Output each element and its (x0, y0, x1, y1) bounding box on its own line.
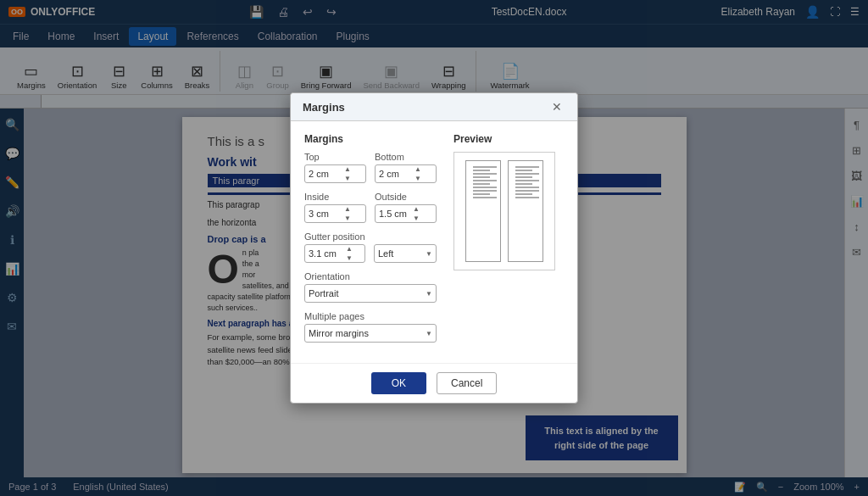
multiple-pages-wrapper[interactable]: Mirror margins Normal 2 pages per sheet (304, 324, 437, 343)
gutter-input[interactable]: ▲ ▼ (304, 244, 365, 263)
pr4 (515, 176, 532, 178)
inside-label: Inside (304, 192, 366, 202)
outside-field-col: Outside ▲ ▼ (375, 192, 437, 223)
outside-label: Outside (375, 192, 437, 202)
pl5 (473, 180, 497, 181)
gutter-spinner[interactable]: ▲ ▼ (346, 244, 353, 263)
pr5 (515, 180, 539, 181)
margins-dialog: Margins ✕ Margins Top ▲ (290, 92, 578, 404)
inside-spinner[interactable]: ▲ ▼ (344, 204, 351, 223)
pr9 (515, 193, 532, 195)
preview-lines-right (515, 166, 539, 256)
modal-title: Margins (303, 101, 345, 114)
top-spinner[interactable]: ▲ ▼ (344, 164, 351, 183)
orientation-select[interactable]: Portrait Landscape (304, 284, 437, 303)
pr1 (515, 166, 539, 168)
outside-spinner[interactable]: ▲ ▼ (413, 204, 420, 223)
inside-input[interactable]: ▲ ▼ (304, 204, 366, 223)
multiple-pages-select[interactable]: Mirror margins Normal 2 pages per sheet (304, 324, 437, 343)
bottom-up[interactable]: ▲ (415, 164, 421, 174)
preview-page-left (465, 160, 501, 262)
preview-box (453, 152, 555, 270)
outside-value[interactable] (379, 209, 411, 219)
bottom-label: Bottom (375, 152, 437, 162)
modal-body: Margins Top ▲ ▼ (291, 121, 577, 363)
pr2 (515, 170, 532, 171)
modal-columns: Margins Top ▲ ▼ (304, 133, 564, 351)
pl4 (473, 176, 490, 178)
bottom-value[interactable] (379, 169, 413, 179)
gutter-value[interactable] (309, 248, 344, 259)
bottom-field-col: Bottom ▲ ▼ (375, 152, 437, 183)
bottom-down[interactable]: ▼ (415, 174, 421, 183)
orientation-wrapper[interactable]: Portrait Landscape (304, 284, 437, 303)
top-value[interactable] (309, 169, 342, 179)
top-bottom-row: Top ▲ ▼ Bottom (304, 152, 437, 183)
ok-button[interactable]: OK (371, 372, 426, 394)
pl1 (473, 166, 497, 168)
modal-header: Margins ✕ (291, 93, 577, 121)
multiple-pages-label: Multiple pages (304, 311, 437, 321)
inside-down[interactable]: ▼ (344, 214, 351, 223)
modal-margins-section: Margins Top ▲ ▼ (304, 133, 437, 351)
gutter-side-wrapper[interactable]: Left Right Top (374, 244, 437, 263)
outside-input[interactable]: ▲ ▼ (375, 204, 437, 223)
pr6 (515, 183, 532, 185)
pr8 (515, 190, 539, 192)
gutter-label: Gutter position (304, 231, 437, 242)
bottom-spinner[interactable]: ▲ ▼ (415, 164, 421, 183)
modal-footer: OK Cancel (291, 363, 577, 403)
modal-close-button[interactable]: ✕ (548, 100, 565, 114)
pl3 (473, 173, 497, 175)
orientation-field-label: Orientation (304, 271, 437, 281)
preview-lines-left (473, 166, 497, 256)
top-input[interactable]: ▲ ▼ (304, 164, 366, 183)
pl2 (473, 170, 490, 171)
inside-value[interactable] (309, 209, 342, 219)
gutter-group: Gutter position ▲ ▼ (304, 231, 437, 263)
pl7 (473, 187, 497, 188)
top-up[interactable]: ▲ (344, 164, 351, 174)
gutter-up[interactable]: ▲ (346, 244, 353, 254)
preview-page-right (508, 160, 543, 262)
pr10 (515, 197, 539, 198)
modal-overlay: Margins ✕ Margins Top ▲ (0, 0, 868, 496)
inside-field-col: Inside ▲ ▼ (304, 192, 366, 223)
gutter-down[interactable]: ▼ (346, 254, 353, 263)
modal-preview-section: Preview (453, 133, 564, 351)
outside-up[interactable]: ▲ (413, 204, 420, 214)
gutter-side-select[interactable]: Left Right Top (374, 244, 437, 263)
margins-section-title: Margins (304, 133, 437, 145)
pl9 (473, 193, 490, 195)
inside-outside-row: Inside ▲ ▼ Outside (304, 192, 437, 223)
outside-down[interactable]: ▼ (413, 214, 420, 223)
orientation-group: Orientation Portrait Landscape (304, 271, 437, 303)
gutter-row: ▲ ▼ Left Right Top (304, 244, 437, 263)
pr3 (515, 173, 539, 175)
bottom-input[interactable]: ▲ ▼ (375, 164, 437, 183)
preview-section-title: Preview (453, 133, 564, 145)
top-down[interactable]: ▼ (344, 174, 351, 183)
pl10 (473, 197, 497, 198)
multiple-pages-group: Multiple pages Mirror margins Normal 2 p… (304, 311, 437, 343)
pr7 (515, 187, 539, 188)
pl6 (473, 183, 490, 185)
pl8 (473, 190, 497, 192)
top-label: Top (304, 152, 366, 162)
top-field-col: Top ▲ ▼ (304, 152, 366, 183)
cancel-button[interactable]: Cancel (437, 372, 497, 394)
inside-up[interactable]: ▲ (344, 204, 351, 214)
